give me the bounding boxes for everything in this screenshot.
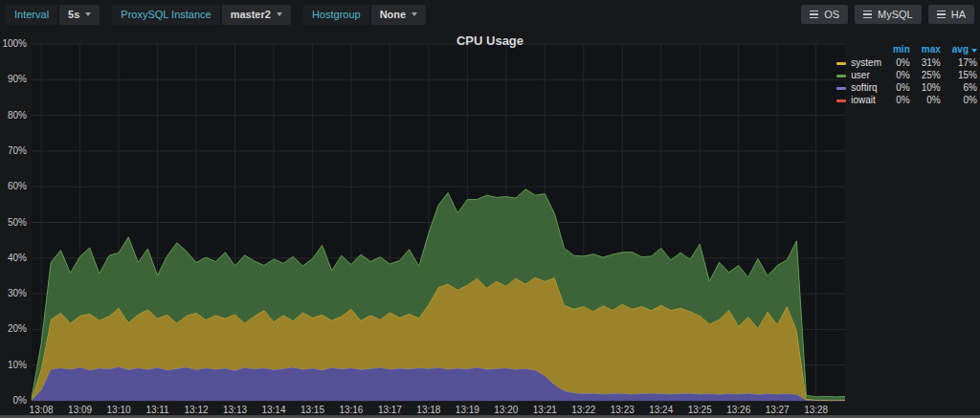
nav-button-os[interactable]: OS: [801, 5, 848, 24]
menu-icon: [810, 11, 818, 19]
dashboard-submenu: Interval 5s ProxySQL Instance master2 Ho…: [0, 0, 980, 29]
x-axis-tick-label: 13:13: [223, 405, 247, 415]
y-axis-tick-label: 60%: [8, 181, 27, 191]
chevron-down-icon: [277, 12, 282, 16]
x-axis-tick-label: 13:15: [301, 405, 324, 415]
variable-proxysql-instance: ProxySQL Instance master2: [112, 5, 291, 25]
dashboard-links: OS MySQL HA: [801, 5, 974, 24]
legend-user-max: 25%: [910, 69, 941, 81]
x-axis-tick-label: 13:24: [649, 405, 673, 415]
y-axis-tick-label: 20%: [8, 323, 27, 334]
legend-series-user[interactable]: user: [836, 69, 881, 81]
variable-proxysql-instance-dropdown[interactable]: master2: [222, 5, 291, 25]
variable-interval-value: 5s: [68, 9, 79, 21]
x-axis-tick-label: 13:21: [533, 405, 557, 415]
legend-header-series: [836, 43, 881, 56]
legend-softirq-max: 10%: [910, 81, 941, 94]
nav-button-mysql-label: MySQL: [878, 9, 913, 20]
x-axis-tick-label: 13:10: [107, 405, 131, 415]
y-axis-tick-label: 30%: [8, 288, 27, 298]
legend-system-max: 31%: [910, 56, 941, 69]
legend-sort-min[interactable]: min: [881, 43, 910, 56]
legend-user-min: 0%: [881, 69, 910, 81]
x-axis-tick-label: 13:23: [611, 405, 635, 415]
panel-title[interactable]: CPU Usage: [0, 33, 980, 48]
variable-interval-label: Interval: [6, 5, 57, 25]
sort-caret-icon: [971, 49, 977, 53]
x-axis-tick-label: 13:26: [726, 405, 750, 415]
x-axis-tick-label: 13:09: [68, 405, 92, 415]
nav-button-mysql[interactable]: MySQL: [855, 5, 922, 24]
x-axis-tick-label: 13:16: [339, 405, 363, 415]
chevron-down-icon: [412, 12, 417, 16]
series-color-swatch: [836, 62, 846, 65]
legend-sort-avg[interactable]: avg: [941, 43, 977, 56]
x-axis-tick-label: 13:08: [30, 405, 54, 415]
legend-iowait-max: 0%: [910, 94, 941, 106]
y-axis-tick-label: 10%: [8, 360, 27, 370]
legend-iowait-min: 0%: [881, 94, 910, 106]
legend-softirq-avg: 6%: [941, 81, 977, 94]
variable-hostgroup-dropdown[interactable]: None: [371, 5, 427, 25]
series-color-swatch: [836, 75, 846, 77]
x-axis-tick-label: 13:17: [378, 405, 402, 415]
y-axis-tick-label: 0%: [13, 395, 28, 406]
x-axis-tick-label: 13:20: [494, 405, 518, 415]
legend-user-avg: 15%: [941, 69, 977, 81]
x-axis-tick-label: 13:22: [571, 405, 595, 415]
y-axis-tick-label: 90%: [8, 74, 27, 84]
x-axis-tick-label: 13:14: [261, 405, 285, 415]
y-axis-tick-label: 80%: [8, 110, 27, 121]
nav-button-ha[interactable]: HA: [928, 5, 974, 24]
legend-system-min: 0%: [881, 56, 910, 69]
legend-system-avg: 17%: [941, 56, 977, 69]
x-axis-tick-label: 13:12: [185, 405, 209, 415]
y-axis-tick-label: 70%: [8, 145, 27, 156]
x-axis-tick-label: 13:25: [688, 405, 712, 415]
cpu-usage-graph[interactable]: 13:0813:0913:1013:1113:1213:1313:1413:15…: [0, 29, 980, 418]
y-axis-tick-label: 40%: [8, 253, 27, 263]
template-variables: Interval 5s ProxySQL Instance master2 Ho…: [6, 5, 426, 25]
y-axis-tick-label: 50%: [8, 217, 27, 228]
legend-series-system[interactable]: system: [836, 56, 881, 69]
menu-icon: [937, 11, 946, 19]
variable-hostgroup: Hostgroup None: [303, 5, 426, 25]
x-axis-tick-label: 13:11: [145, 405, 169, 415]
legend-series-iowait[interactable]: iowait: [836, 94, 881, 106]
legend-row-iowait: iowait 0% 0% 0%: [836, 94, 977, 106]
x-axis-tick-label: 13:27: [766, 405, 790, 415]
legend-row-softirq: softirq 0% 10% 6%: [836, 81, 977, 94]
graph-legend: min max avg system 0% 31% 17% user 0% 25…: [836, 43, 977, 106]
legend-row-user: user 0% 25% 15%: [836, 69, 977, 81]
cpu-usage-panel: CPU Usage 13:0813:0913:1013:1113:1213:13…: [0, 29, 980, 418]
variable-interval: Interval 5s: [6, 5, 100, 25]
variable-interval-dropdown[interactable]: 5s: [59, 5, 100, 25]
legend-header-row: min max avg: [836, 43, 977, 56]
legend-series-softirq[interactable]: softirq: [836, 81, 881, 94]
series-color-swatch: [836, 99, 846, 102]
series-color-swatch: [836, 87, 846, 90]
legend-row-system: system 0% 31% 17%: [836, 56, 977, 69]
nav-button-os-label: OS: [824, 9, 839, 20]
variable-hostgroup-value: None: [380, 9, 407, 21]
legend-softirq-min: 0%: [881, 81, 910, 94]
menu-icon: [863, 11, 872, 19]
x-axis-tick-label: 13:19: [456, 405, 479, 415]
legend-sort-max[interactable]: max: [910, 43, 941, 56]
variable-hostgroup-label: Hostgroup: [303, 5, 369, 25]
x-axis-tick-label: 13:28: [804, 405, 828, 415]
legend-iowait-avg: 0%: [941, 94, 977, 106]
nav-button-ha-label: HA: [951, 9, 966, 20]
x-axis-tick-label: 13:18: [416, 405, 440, 415]
chevron-down-icon: [85, 12, 91, 16]
variable-proxysql-instance-value: master2: [231, 9, 271, 21]
variable-proxysql-instance-label: ProxySQL Instance: [112, 5, 219, 25]
